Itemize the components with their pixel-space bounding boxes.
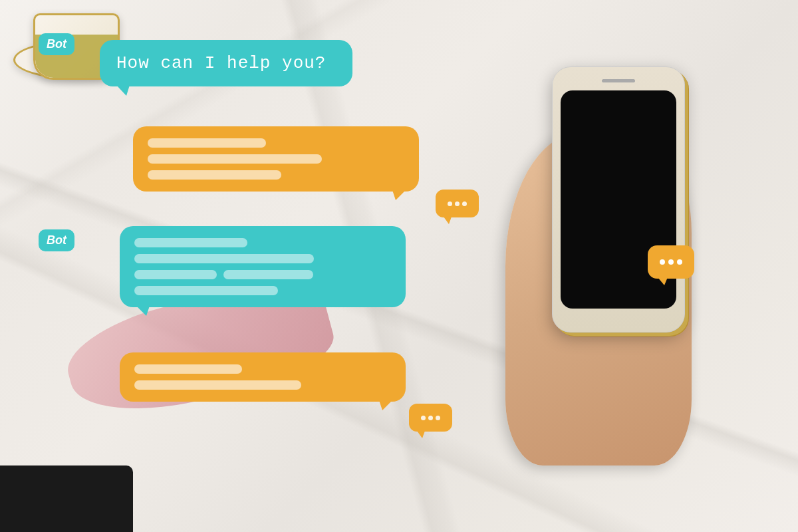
user-bubble-1 xyxy=(133,126,419,192)
phone-typing-bubble xyxy=(648,245,694,279)
bot-bubble-2-line-3b xyxy=(223,270,313,279)
phone-body xyxy=(552,66,685,332)
user-bubble-1-line-2 xyxy=(148,154,322,164)
phone-dot-1 xyxy=(660,259,665,265)
user-bubble-2-line-1 xyxy=(134,364,242,374)
phone-dot-3 xyxy=(677,259,682,265)
user-bubble-1-line-1 xyxy=(148,138,266,148)
typing-dot-2 xyxy=(455,201,460,206)
bot-bubble-1-text: How can I help you? xyxy=(116,53,326,73)
bot-label-1: Bot xyxy=(39,33,74,55)
bot-bubble-2-line-4 xyxy=(134,286,278,295)
typing-dot-5 xyxy=(428,416,433,420)
typing-indicator-2 xyxy=(409,404,452,432)
user-bubble-1-line-3 xyxy=(148,170,281,180)
typing-dot-4 xyxy=(421,416,426,420)
typing-dot-6 xyxy=(436,416,440,420)
bot-bubble-2-line-1 xyxy=(134,238,247,247)
user-bubble-2 xyxy=(120,352,406,402)
dark-surface-area xyxy=(0,466,133,532)
bot-bubble-2-line-3a xyxy=(134,270,217,279)
typing-dot-1 xyxy=(448,201,452,206)
user-bubble-2-line-2 xyxy=(134,380,301,390)
phone-hand-area xyxy=(532,53,745,466)
bot-label-2: Bot xyxy=(39,229,74,251)
bot-bubble-2 xyxy=(120,226,406,307)
phone-dot-2 xyxy=(668,259,674,265)
typing-dot-3 xyxy=(462,201,467,206)
typing-indicator-1 xyxy=(436,190,479,217)
bot-bubble-2-line-2 xyxy=(134,254,314,263)
bot-bubble-1: How can I help you? xyxy=(100,40,352,86)
phone-speaker xyxy=(602,79,635,82)
